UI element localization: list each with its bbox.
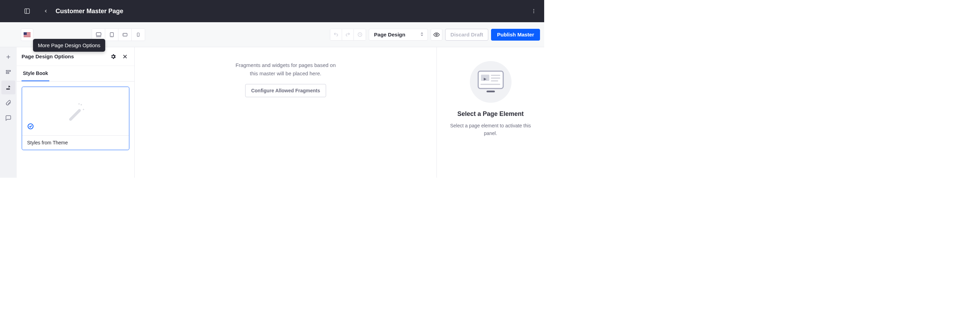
canvas-placeholder: Fragments and widgets for pages based on…: [235, 61, 336, 97]
discard-draft-button[interactable]: Discard Draft: [445, 29, 488, 41]
panel-body: Styles from Theme: [17, 82, 134, 155]
page-design-options-panel: Page Design Options Style Book: [17, 47, 135, 178]
publish-master-button[interactable]: Publish Master: [491, 29, 540, 41]
panel-title: Page Design Options: [22, 54, 74, 59]
flag-us-icon: [24, 32, 30, 37]
placeholder-text-2: this master will be placed here.: [235, 70, 336, 78]
rail-add-button[interactable]: [2, 50, 15, 64]
svg-rect-0: [25, 9, 30, 14]
close-icon: [122, 54, 128, 59]
stylebook-card[interactable]: Styles from Theme: [22, 86, 129, 150]
more-menu-button[interactable]: [528, 5, 540, 17]
rail-structure-button[interactable]: [2, 65, 15, 79]
svg-point-2: [533, 9, 534, 10]
svg-rect-14: [96, 33, 101, 36]
stylebook-preview: [22, 87, 129, 136]
gear-icon: [110, 54, 116, 60]
svg-rect-12: [24, 37, 30, 37]
panel-settings-button[interactable]: [109, 52, 118, 61]
svg-rect-35: [481, 74, 489, 81]
svg-rect-27: [6, 73, 9, 74]
back-button[interactable]: [40, 5, 52, 17]
svg-rect-26: [6, 70, 10, 71]
device-mobile-button[interactable]: [132, 29, 145, 41]
svg-rect-11: [24, 36, 30, 36]
device-tablet-button[interactable]: [105, 29, 118, 41]
light-toolbar: More Page Design Options: [0, 22, 544, 47]
inspector-desc: Select a page element to activate this p…: [447, 122, 535, 138]
configure-allowed-fragments-button[interactable]: Configure Allowed Fragments: [245, 84, 326, 97]
top-header: Customer Master Page: [0, 0, 544, 22]
page-design-select[interactable]: Page Design: [369, 29, 428, 41]
svg-rect-10: [24, 35, 30, 35]
selected-check-icon: [27, 123, 34, 131]
svg-rect-13: [24, 32, 27, 35]
svg-rect-41: [487, 90, 495, 92]
preview-button[interactable]: [431, 29, 442, 41]
svg-point-4: [533, 12, 534, 13]
undo-button[interactable]: [330, 29, 342, 40]
magic-wand-icon: [62, 98, 90, 125]
history-group: [330, 29, 366, 41]
left-rail: [0, 47, 17, 178]
rail-page-design-button[interactable]: [2, 81, 15, 94]
placeholder-text-1: Fragments and widgets for pages based on: [235, 61, 336, 70]
rail-attachments-button[interactable]: [2, 96, 15, 110]
inspector-title: Select a Page Element: [457, 110, 524, 118]
rail-comments-button[interactable]: [2, 111, 15, 125]
device-landscape-button[interactable]: [118, 29, 132, 41]
page-element-icon: [476, 70, 505, 94]
caret-sort-icon: [420, 32, 424, 38]
main-layout: Page Design Options Style Book: [0, 47, 544, 178]
page-design-select-label: Page Design: [374, 32, 405, 38]
redo-button[interactable]: [342, 29, 354, 40]
svg-rect-28: [6, 89, 10, 90]
tab-style-book[interactable]: Style Book: [22, 66, 49, 81]
svg-point-3: [533, 11, 534, 11]
panel-close-button[interactable]: [121, 52, 129, 61]
panel-tabs: Style Book: [17, 66, 134, 82]
svg-point-32: [81, 104, 82, 105]
tooltip-more-options: More Page Design Options: [33, 39, 105, 52]
page-title: Customer Master Page: [56, 8, 123, 15]
canvas: Fragments and widgets for pages based on…: [135, 47, 436, 178]
locale-button[interactable]: [21, 29, 33, 41]
stylebook-label: Styles from Theme: [22, 136, 129, 150]
svg-rect-31: [68, 108, 81, 121]
sidebar-toggle-button[interactable]: [21, 5, 33, 17]
inspector-illustration: [470, 61, 512, 103]
history-button[interactable]: [354, 29, 366, 40]
inspector-panel: Select a Page Element Select a page elem…: [436, 47, 544, 178]
svg-point-23: [436, 34, 438, 35]
